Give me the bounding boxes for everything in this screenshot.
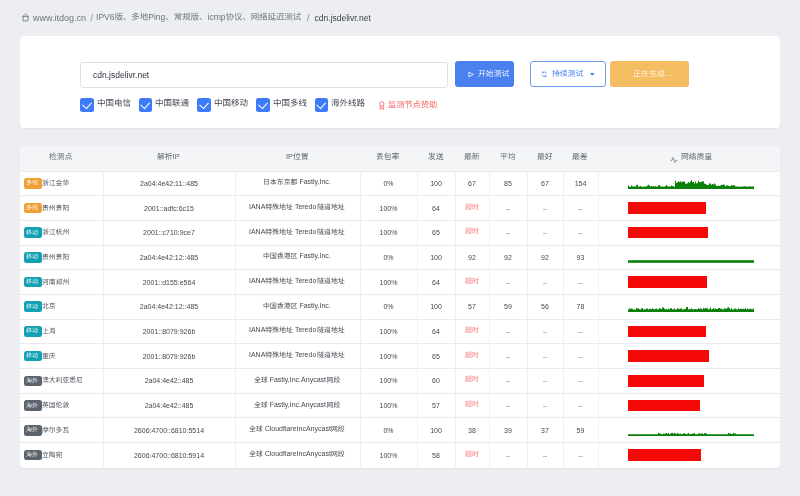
svg-text:icmp: icmp bbox=[208, 12, 226, 22]
svg-text:Fastly,Inc.: Fastly,Inc. bbox=[299, 302, 330, 310]
svg-text:Teredo: Teredo bbox=[295, 203, 317, 210]
svg-text:Fastly,Inc.: Fastly,Inc. bbox=[299, 253, 330, 261]
svg-text:IANA: IANA bbox=[249, 203, 266, 210]
svg-text:IANA: IANA bbox=[249, 351, 266, 358]
svg-text:Teredo: Teredo bbox=[295, 277, 317, 284]
svg-text:Teredo: Teredo bbox=[295, 228, 317, 235]
svg-text:CloudflareIncAnycast: CloudflareIncAnycast bbox=[265, 450, 331, 458]
svg-text:Teredo: Teredo bbox=[295, 327, 317, 334]
svg-text:IPV6: IPV6 bbox=[96, 12, 115, 22]
svg-text:IANA: IANA bbox=[249, 327, 266, 334]
svg-text:Ping: Ping bbox=[148, 12, 165, 22]
svg-text:Fastly,Inc.Anycast: Fastly,Inc.Anycast bbox=[269, 401, 325, 409]
svg-text:Fastly,Inc.: Fastly,Inc. bbox=[299, 179, 330, 187]
svg-text:IANA: IANA bbox=[249, 228, 266, 235]
svg-text:IANA: IANA bbox=[249, 277, 266, 284]
svg-text:IP: IP bbox=[286, 152, 293, 161]
svg-text:IP: IP bbox=[173, 152, 180, 161]
svg-text:…: … bbox=[665, 69, 673, 78]
svg-text:Fastly,Inc.Anycast: Fastly,Inc.Anycast bbox=[269, 376, 325, 384]
svg-text:CloudflareIncAnycast: CloudflareIncAnycast bbox=[265, 426, 331, 434]
svg-text:Teredo: Teredo bbox=[295, 351, 317, 358]
